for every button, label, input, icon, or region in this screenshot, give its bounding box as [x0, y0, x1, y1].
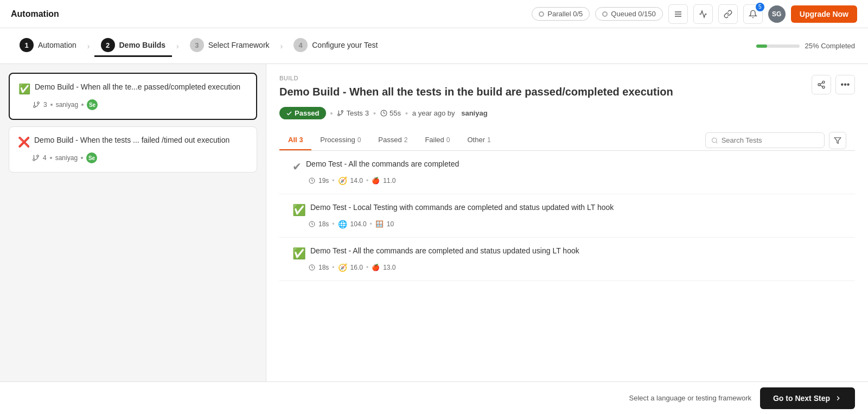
- step-circle-2: 2: [101, 38, 115, 52]
- progress-text: 25% Completed: [805, 42, 856, 50]
- test-item-2[interactable]: ✅ Demo Test - Local Testing with command…: [279, 194, 855, 238]
- build-1-tests: 3: [43, 101, 47, 109]
- link-icon-btn[interactable]: [718, 4, 738, 24]
- tab-all[interactable]: All 3: [279, 130, 311, 150]
- svg-point-6: [822, 81, 825, 83]
- queued-status: Queued 0/150: [595, 7, 662, 21]
- more-options-btn[interactable]: •••: [835, 75, 855, 94]
- notification-icon-btn[interactable]: 5: [743, 4, 763, 24]
- build-card-2-title-row: ❌ Demo Build - When the tests ... failed…: [18, 136, 248, 148]
- step-arrow-1: ›: [85, 42, 92, 50]
- svg-point-8: [822, 86, 825, 88]
- wizard-step-2[interactable]: 2 Demo Builds: [94, 35, 173, 57]
- step-label-1: Automation: [38, 41, 76, 49]
- build-duration-meta: 55s: [380, 109, 401, 117]
- build-2-tests: 4: [43, 154, 47, 162]
- test-1-os-icon: 🍎: [372, 177, 380, 184]
- meta-dot-2a: [50, 157, 52, 159]
- build-card-1-title: Demo Build - When all the te...e passed/…: [35, 82, 240, 91]
- build-card-2[interactable]: ❌ Demo Build - When the tests ... failed…: [9, 126, 257, 173]
- meta-dot-1b: [81, 104, 84, 106]
- left-panel: ✅ Demo Build - When all the te...e passe…: [0, 64, 266, 387]
- wizard-step-4[interactable]: 4 Configure your Test: [287, 35, 384, 57]
- wizard-step-3[interactable]: 3 Select Framework: [183, 35, 276, 57]
- step-circle-4: 4: [293, 38, 308, 52]
- test-3-browser-ver: 16.0: [350, 264, 363, 271]
- top-nav: Automation Parallel 0/5 Queued 0/150 5 S…: [0, 0, 868, 28]
- build-fail-icon-2: ❌: [18, 136, 30, 148]
- status-badge-label: Passed: [295, 109, 320, 117]
- progress-bar-fill: [756, 44, 767, 48]
- build-1-avatar: Se: [87, 99, 98, 110]
- step-arrow-3: ›: [278, 42, 285, 50]
- test-1-clock-icon: [309, 177, 315, 184]
- test-3-name: Demo Test - All the commands are complet…: [310, 246, 579, 255]
- build-pass-icon-1: ✅: [18, 83, 30, 95]
- build-card-1[interactable]: ✅ Demo Build - When all the te...e passe…: [9, 73, 257, 120]
- build-card-1-title-row: ✅ Demo Build - When all the te...e passe…: [18, 82, 247, 95]
- test-3-duration: 18s: [318, 264, 329, 271]
- tab-processing-count: 0: [358, 136, 361, 144]
- top-nav-right: Parallel 0/5 Queued 0/150 5 SG Upgrade N…: [532, 4, 857, 24]
- step-label-3: Select Framework: [208, 41, 270, 49]
- parallel-label: Parallel 0/5: [547, 10, 583, 18]
- test-2-os-ver: 10: [387, 220, 394, 228]
- step-label-2: Demo Builds: [119, 41, 166, 49]
- test-2-os-icon: 🪟: [375, 220, 384, 228]
- test-list: ✔ Demo Test - All the commands are compl…: [279, 151, 855, 281]
- test-1-browser-icon: 🧭: [338, 176, 347, 185]
- filter-btn[interactable]: [829, 132, 846, 149]
- build-tests-count: 3: [365, 109, 369, 117]
- tests-icon: [337, 110, 344, 117]
- test-1-name: Demo Test - All the commands are complet…: [306, 160, 459, 168]
- step-circle-3: 3: [190, 38, 204, 52]
- tunnel-icon-btn[interactable]: [668, 4, 688, 24]
- tab-failed[interactable]: Failed 0: [416, 130, 458, 150]
- share-icon-btn[interactable]: [812, 75, 831, 94]
- footer: Select a language or testing framework G…: [0, 381, 868, 387]
- test-item-3[interactable]: ✅ Demo Test - All the commands are compl…: [279, 238, 855, 281]
- tab-processing[interactable]: Processing 0: [311, 130, 369, 150]
- svg-point-1: [37, 102, 40, 104]
- build-2-user: saniyag: [55, 154, 78, 162]
- parallel-status: Parallel 0/5: [532, 7, 590, 21]
- test-2-browser-icon: 🌐: [338, 220, 347, 228]
- search-filter-row: [705, 132, 855, 149]
- tab-all-count: 3: [299, 136, 303, 144]
- upgrade-now-btn[interactable]: Upgrade Now: [791, 5, 857, 23]
- test-2-browser-ver: 104.0: [350, 220, 367, 228]
- tab-other[interactable]: Other 1: [458, 130, 499, 150]
- tab-passed[interactable]: Passed 2: [369, 130, 416, 150]
- svg-line-9: [820, 85, 823, 87]
- tab-all-label: All: [288, 136, 297, 144]
- app-title: Automation: [11, 9, 59, 19]
- test-1-meta: 19s • 🧭 14.0 • 🍎 11.0: [292, 176, 842, 185]
- svg-point-2: [34, 106, 36, 108]
- build-tests-meta: Tests 3: [337, 109, 369, 117]
- pass-check-icon: [286, 110, 292, 117]
- test-item-1[interactable]: ✔ Demo Test - All the commands are compl…: [279, 151, 855, 194]
- build-detail-header: Build Demo Build - When all the tests in…: [279, 75, 673, 105]
- build-2-avatar: Se: [86, 152, 97, 163]
- build-card-2-title: Demo Build - When the tests ... failed /…: [34, 136, 229, 144]
- build-status-badge: Passed: [279, 107, 326, 119]
- queued-dot: [602, 11, 608, 17]
- analytics-icon-btn[interactable]: [693, 4, 713, 24]
- tab-passed-count: 2: [404, 136, 408, 144]
- svg-line-16: [716, 142, 717, 143]
- wizard-step-1[interactable]: 1 Automation: [13, 35, 83, 57]
- svg-point-7: [818, 84, 820, 86]
- tab-failed-label: Failed: [425, 136, 444, 144]
- svg-point-4: [37, 155, 39, 157]
- test-item-2-row: ✅ Demo Test - Local Testing with command…: [292, 203, 842, 216]
- clock-icon: [380, 110, 387, 117]
- test-3-status-icon: ✅: [292, 247, 306, 260]
- test-item-1-row: ✔ Demo Test - All the commands are compl…: [292, 160, 842, 173]
- test-1-browser-ver: 14.0: [350, 177, 363, 184]
- search-input[interactable]: [722, 136, 819, 144]
- wizard-progress: 25% Completed: [756, 42, 856, 50]
- build-meta-row: Passed • Tests 3 • 55s • a year ago by s…: [279, 107, 855, 119]
- user-avatar-btn[interactable]: SG: [768, 5, 786, 23]
- branch-icon-1: [33, 101, 40, 109]
- test-2-status-icon: ✅: [292, 203, 306, 216]
